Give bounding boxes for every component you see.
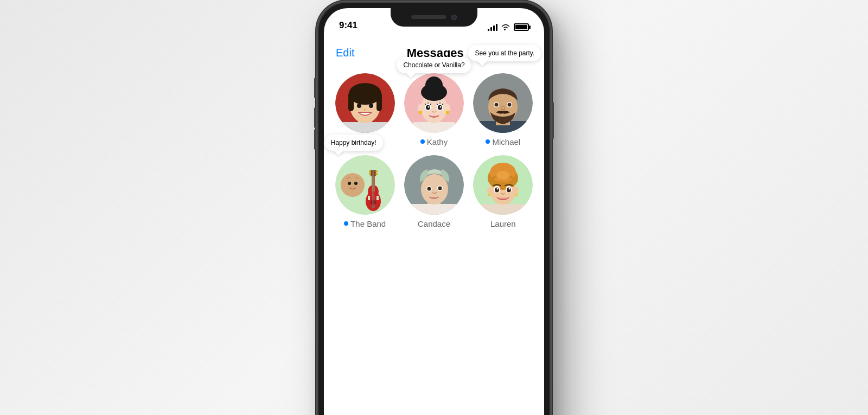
phone-screen: 9:41 (324, 8, 544, 416)
svg-point-25 (427, 106, 429, 107)
svg-rect-63 (410, 204, 458, 215)
svg-point-20 (446, 111, 449, 114)
svg-point-18 (445, 104, 450, 112)
svg-point-26 (439, 106, 441, 107)
battery-icon (514, 23, 529, 31)
svg-point-76 (487, 187, 492, 194)
avatar-kathy (404, 73, 464, 133)
svg-point-43 (341, 173, 365, 197)
kathy-bubble: Chocolate or Vanilla? (397, 57, 471, 73)
status-icons (488, 23, 529, 31)
svg-point-19 (419, 111, 422, 114)
contact-michael[interactable]: See you at the party. (471, 73, 535, 146)
band-unread-dot (344, 221, 348, 226)
avatar-janelle (335, 73, 395, 133)
signal-bar-4 (496, 24, 497, 31)
svg-rect-49 (376, 196, 379, 200)
svg-point-17 (418, 104, 423, 112)
avatar-lauren (473, 155, 533, 215)
signal-icon (488, 23, 497, 31)
svg-point-78 (488, 193, 491, 196)
svg-point-16 (421, 84, 447, 101)
band-bubble-text: Happy birthday! (331, 139, 376, 146)
svg-rect-6 (348, 92, 354, 111)
svg-point-68 (438, 186, 442, 190)
speaker (411, 15, 446, 19)
contact-the-band[interactable]: Happy birthday! (333, 155, 397, 228)
svg-point-57 (375, 173, 378, 175)
contact-name-kathy: Kathy (420, 137, 448, 146)
contact-kathy[interactable]: Chocolate or Vanilla? (401, 73, 466, 146)
band-bubble: Happy birthday! (324, 135, 383, 151)
svg-point-85 (509, 188, 510, 189)
svg-rect-71 (478, 204, 527, 215)
svg-point-40 (508, 103, 512, 106)
michael-unread-dot (486, 139, 490, 144)
svg-point-45 (354, 182, 358, 185)
svg-rect-3 (341, 122, 390, 133)
avatar-candace (404, 155, 464, 215)
face-janelle (335, 73, 395, 133)
face-lauren (473, 155, 533, 215)
face-michael (473, 73, 533, 133)
signal-bar-1 (488, 29, 489, 31)
kathy-bubble-text: Chocolate or Vanilla? (403, 61, 464, 69)
svg-point-9 (357, 104, 361, 108)
content-area: Edit Messages (324, 35, 544, 416)
edit-button[interactable]: Edit (336, 47, 354, 59)
face-candace (404, 155, 464, 215)
svg-point-79 (515, 193, 518, 196)
name-label-kathy: Kathy (427, 137, 448, 146)
svg-point-82 (495, 187, 499, 192)
svg-point-8 (350, 85, 380, 98)
svg-point-56 (375, 170, 378, 173)
svg-rect-13 (412, 122, 456, 133)
svg-point-75 (496, 171, 509, 180)
svg-point-54 (369, 170, 371, 173)
signal-bar-3 (493, 25, 495, 31)
notch (391, 8, 477, 27)
michael-bubble: See you at the party. (468, 45, 541, 61)
contacts-grid: Janelle Chocolate or Vanilla? (324, 68, 544, 239)
signal-bar-2 (490, 27, 492, 31)
michael-bubble-text: See you at the party. (475, 49, 534, 57)
battery-fill (515, 25, 527, 29)
svg-point-10 (369, 104, 373, 108)
avatar-michael (473, 73, 533, 133)
contact-lauren[interactable]: Lauren (471, 155, 535, 228)
avatar-the-band (335, 155, 395, 215)
svg-point-39 (495, 103, 499, 106)
name-label-the-band: The Band (350, 219, 386, 228)
face-kathy (404, 73, 464, 133)
svg-point-84 (497, 188, 499, 189)
kathy-unread-dot (420, 139, 425, 144)
svg-point-55 (369, 173, 371, 175)
status-time: 9:41 (339, 20, 358, 31)
contact-candace[interactable]: Candace (401, 155, 466, 228)
name-label-candace: Candace (418, 219, 450, 228)
name-label-michael: Michael (492, 137, 520, 146)
svg-rect-48 (368, 196, 370, 200)
front-camera (451, 15, 457, 20)
face-band (335, 155, 395, 215)
svg-point-44 (348, 182, 351, 185)
contact-name-the-band: The Band (344, 219, 386, 228)
svg-rect-7 (376, 92, 382, 111)
contact-name-michael: Michael (486, 137, 520, 146)
contact-name-lauren: Lauren (490, 219, 516, 228)
name-label-lauren: Lauren (490, 219, 516, 228)
contact-name-candace: Candace (418, 219, 450, 228)
svg-point-77 (514, 187, 519, 194)
phone-frame: 9:41 (317, 2, 551, 416)
wifi-icon (501, 23, 510, 31)
svg-point-83 (507, 187, 511, 192)
svg-point-67 (427, 187, 431, 190)
